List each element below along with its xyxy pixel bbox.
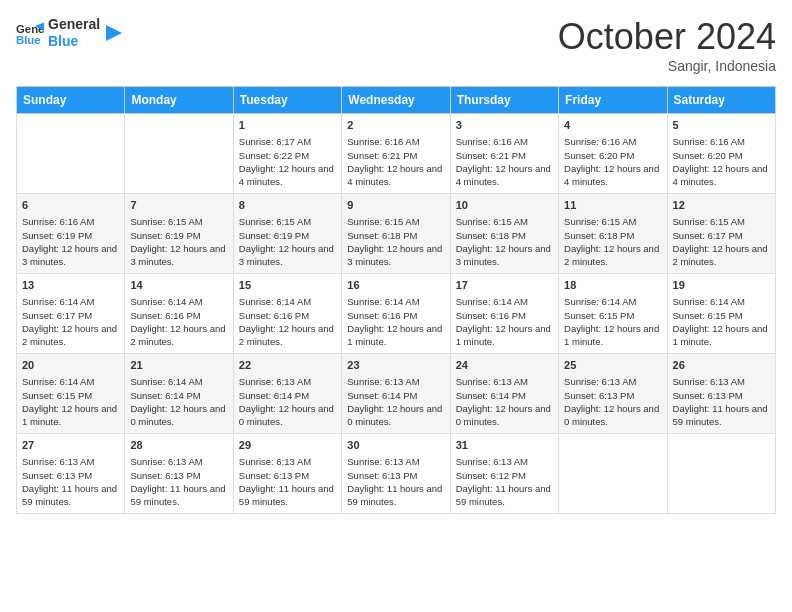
day-number: 3 xyxy=(456,118,553,133)
day-number: 16 xyxy=(347,278,444,293)
calendar-cell: 31Sunrise: 6:13 AMSunset: 6:12 PMDayligh… xyxy=(450,434,558,514)
weekday-header-wednesday: Wednesday xyxy=(342,87,450,114)
calendar-cell: 28Sunrise: 6:13 AMSunset: 6:13 PMDayligh… xyxy=(125,434,233,514)
calendar-cell: 6Sunrise: 6:16 AMSunset: 6:19 PMDaylight… xyxy=(17,194,125,274)
calendar-cell: 17Sunrise: 6:14 AMSunset: 6:16 PMDayligh… xyxy=(450,274,558,354)
calendar-cell: 16Sunrise: 6:14 AMSunset: 6:16 PMDayligh… xyxy=(342,274,450,354)
day-number: 9 xyxy=(347,198,444,213)
calendar-cell xyxy=(125,114,233,194)
calendar-cell: 5Sunrise: 6:16 AMSunset: 6:20 PMDaylight… xyxy=(667,114,775,194)
calendar-cell: 3Sunrise: 6:16 AMSunset: 6:21 PMDaylight… xyxy=(450,114,558,194)
calendar-cell: 11Sunrise: 6:15 AMSunset: 6:18 PMDayligh… xyxy=(559,194,667,274)
weekday-header-monday: Monday xyxy=(125,87,233,114)
month-title: October 2024 xyxy=(558,16,776,58)
calendar-cell: 8Sunrise: 6:15 AMSunset: 6:19 PMDaylight… xyxy=(233,194,341,274)
day-number: 2 xyxy=(347,118,444,133)
day-number: 28 xyxy=(130,438,227,453)
calendar-cell: 30Sunrise: 6:13 AMSunset: 6:13 PMDayligh… xyxy=(342,434,450,514)
day-number: 10 xyxy=(456,198,553,213)
day-info: Sunrise: 6:13 AMSunset: 6:14 PMDaylight:… xyxy=(456,375,553,428)
day-info: Sunrise: 6:13 AMSunset: 6:13 PMDaylight:… xyxy=(22,455,119,508)
day-info: Sunrise: 6:14 AMSunset: 6:16 PMDaylight:… xyxy=(239,295,336,348)
svg-marker-3 xyxy=(106,25,122,41)
day-number: 17 xyxy=(456,278,553,293)
day-number: 24 xyxy=(456,358,553,373)
weekday-header-tuesday: Tuesday xyxy=(233,87,341,114)
svg-text:Blue: Blue xyxy=(16,33,41,45)
day-info: Sunrise: 6:13 AMSunset: 6:13 PMDaylight:… xyxy=(239,455,336,508)
day-info: Sunrise: 6:16 AMSunset: 6:21 PMDaylight:… xyxy=(347,135,444,188)
calendar-cell: 25Sunrise: 6:13 AMSunset: 6:13 PMDayligh… xyxy=(559,354,667,434)
day-number: 5 xyxy=(673,118,770,133)
logo-icon: General Blue xyxy=(16,19,44,47)
day-info: Sunrise: 6:14 AMSunset: 6:16 PMDaylight:… xyxy=(347,295,444,348)
calendar-cell: 23Sunrise: 6:13 AMSunset: 6:14 PMDayligh… xyxy=(342,354,450,434)
weekday-header-friday: Friday xyxy=(559,87,667,114)
day-info: Sunrise: 6:15 AMSunset: 6:19 PMDaylight:… xyxy=(239,215,336,268)
day-info: Sunrise: 6:16 AMSunset: 6:19 PMDaylight:… xyxy=(22,215,119,268)
calendar-cell: 21Sunrise: 6:14 AMSunset: 6:14 PMDayligh… xyxy=(125,354,233,434)
calendar-cell: 7Sunrise: 6:15 AMSunset: 6:19 PMDaylight… xyxy=(125,194,233,274)
day-number: 11 xyxy=(564,198,661,213)
calendar-cell: 20Sunrise: 6:14 AMSunset: 6:15 PMDayligh… xyxy=(17,354,125,434)
calendar-cell: 29Sunrise: 6:13 AMSunset: 6:13 PMDayligh… xyxy=(233,434,341,514)
calendar-cell: 19Sunrise: 6:14 AMSunset: 6:15 PMDayligh… xyxy=(667,274,775,354)
day-number: 20 xyxy=(22,358,119,373)
calendar-cell: 12Sunrise: 6:15 AMSunset: 6:17 PMDayligh… xyxy=(667,194,775,274)
day-number: 23 xyxy=(347,358,444,373)
day-number: 14 xyxy=(130,278,227,293)
calendar-cell xyxy=(667,434,775,514)
calendar-cell: 15Sunrise: 6:14 AMSunset: 6:16 PMDayligh… xyxy=(233,274,341,354)
day-info: Sunrise: 6:13 AMSunset: 6:14 PMDaylight:… xyxy=(347,375,444,428)
day-number: 12 xyxy=(673,198,770,213)
calendar-cell: 10Sunrise: 6:15 AMSunset: 6:18 PMDayligh… xyxy=(450,194,558,274)
calendar-cell: 14Sunrise: 6:14 AMSunset: 6:16 PMDayligh… xyxy=(125,274,233,354)
logo-general: General xyxy=(48,16,100,33)
day-number: 19 xyxy=(673,278,770,293)
day-number: 25 xyxy=(564,358,661,373)
day-info: Sunrise: 6:13 AMSunset: 6:13 PMDaylight:… xyxy=(673,375,770,428)
day-number: 7 xyxy=(130,198,227,213)
calendar-cell xyxy=(559,434,667,514)
day-number: 15 xyxy=(239,278,336,293)
calendar-cell xyxy=(17,114,125,194)
calendar-week-2: 6Sunrise: 6:16 AMSunset: 6:19 PMDaylight… xyxy=(17,194,776,274)
day-info: Sunrise: 6:17 AMSunset: 6:22 PMDaylight:… xyxy=(239,135,336,188)
day-info: Sunrise: 6:15 AMSunset: 6:19 PMDaylight:… xyxy=(130,215,227,268)
calendar-body: 1Sunrise: 6:17 AMSunset: 6:22 PMDaylight… xyxy=(17,114,776,514)
day-info: Sunrise: 6:15 AMSunset: 6:18 PMDaylight:… xyxy=(564,215,661,268)
day-number: 26 xyxy=(673,358,770,373)
calendar-week-4: 20Sunrise: 6:14 AMSunset: 6:15 PMDayligh… xyxy=(17,354,776,434)
calendar-cell: 9Sunrise: 6:15 AMSunset: 6:18 PMDaylight… xyxy=(342,194,450,274)
title-block: October 2024 Sangir, Indonesia xyxy=(558,16,776,74)
calendar-week-3: 13Sunrise: 6:14 AMSunset: 6:17 PMDayligh… xyxy=(17,274,776,354)
day-info: Sunrise: 6:13 AMSunset: 6:13 PMDaylight:… xyxy=(347,455,444,508)
day-info: Sunrise: 6:13 AMSunset: 6:13 PMDaylight:… xyxy=(130,455,227,508)
day-info: Sunrise: 6:14 AMSunset: 6:14 PMDaylight:… xyxy=(130,375,227,428)
day-info: Sunrise: 6:16 AMSunset: 6:20 PMDaylight:… xyxy=(564,135,661,188)
location-subtitle: Sangir, Indonesia xyxy=(558,58,776,74)
calendar-cell: 22Sunrise: 6:13 AMSunset: 6:14 PMDayligh… xyxy=(233,354,341,434)
day-number: 8 xyxy=(239,198,336,213)
day-info: Sunrise: 6:13 AMSunset: 6:13 PMDaylight:… xyxy=(564,375,661,428)
calendar-cell: 2Sunrise: 6:16 AMSunset: 6:21 PMDaylight… xyxy=(342,114,450,194)
page-header: General Blue General Blue October 2024 S… xyxy=(16,16,776,74)
logo-blue: Blue xyxy=(48,33,100,50)
day-info: Sunrise: 6:13 AMSunset: 6:12 PMDaylight:… xyxy=(456,455,553,508)
day-info: Sunrise: 6:16 AMSunset: 6:21 PMDaylight:… xyxy=(456,135,553,188)
day-number: 29 xyxy=(239,438,336,453)
weekday-header-row: SundayMondayTuesdayWednesdayThursdayFrid… xyxy=(17,87,776,114)
calendar-cell: 18Sunrise: 6:14 AMSunset: 6:15 PMDayligh… xyxy=(559,274,667,354)
day-info: Sunrise: 6:14 AMSunset: 6:17 PMDaylight:… xyxy=(22,295,119,348)
calendar-cell: 24Sunrise: 6:13 AMSunset: 6:14 PMDayligh… xyxy=(450,354,558,434)
day-info: Sunrise: 6:14 AMSunset: 6:16 PMDaylight:… xyxy=(456,295,553,348)
logo-arrow-icon xyxy=(104,23,124,43)
calendar-week-1: 1Sunrise: 6:17 AMSunset: 6:22 PMDaylight… xyxy=(17,114,776,194)
day-info: Sunrise: 6:15 AMSunset: 6:17 PMDaylight:… xyxy=(673,215,770,268)
day-number: 13 xyxy=(22,278,119,293)
weekday-header-thursday: Thursday xyxy=(450,87,558,114)
day-number: 6 xyxy=(22,198,119,213)
calendar-week-5: 27Sunrise: 6:13 AMSunset: 6:13 PMDayligh… xyxy=(17,434,776,514)
day-info: Sunrise: 6:14 AMSunset: 6:15 PMDaylight:… xyxy=(564,295,661,348)
day-number: 30 xyxy=(347,438,444,453)
